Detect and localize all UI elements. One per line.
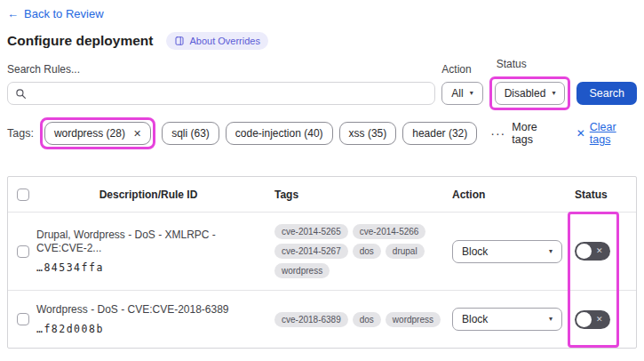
tag-chip[interactable]: xss (35) <box>339 122 397 145</box>
rule-tags: cve-2014-5265cve-2014-5266cve-2014-5267d… <box>267 213 445 290</box>
status-dropdown-highlight: Disabled ▾ <box>489 76 571 110</box>
toggle-knob <box>576 244 592 259</box>
more-tags-label: More tags <box>512 121 557 146</box>
chevron-down-icon: ▾ <box>549 316 553 323</box>
rules-table: Description/Rule ID Tags Action Status D… <box>7 176 637 349</box>
toggle-x-icon: ✕ <box>596 316 603 324</box>
clear-tags-label: Clear tags <box>590 121 637 146</box>
ellipsis-icon: ··· <box>490 127 505 140</box>
column-header-tags: Tags <box>274 189 298 201</box>
action-select-value: Block <box>462 245 488 258</box>
tag-pill: cve-2014-5265 <box>274 224 348 239</box>
rule-id: …84534ffa <box>36 261 260 274</box>
action-select-value: Block <box>462 313 488 325</box>
page-title: Configure deployment <box>7 33 153 49</box>
back-link-label: Back to Review <box>24 7 104 20</box>
column-header-action: Action <box>452 189 485 201</box>
search-button[interactable]: Search <box>576 82 637 105</box>
more-tags-button[interactable]: ··· More tags <box>490 121 557 146</box>
row-checkbox[interactable] <box>17 245 29 258</box>
remove-tag-icon[interactable]: ✕ <box>133 129 141 139</box>
clear-tags-link[interactable]: ✕ Clear tags <box>576 121 637 146</box>
selected-tag-highlight: wordpress (28) ✕ <box>40 117 155 149</box>
table-row: Drupal, Wordpress - DoS - XMLRPC - CVE:C… <box>8 212 636 290</box>
row-checkbox[interactable] <box>17 313 29 325</box>
toggle-knob <box>576 312 592 327</box>
tags-label: Tags: <box>7 127 34 140</box>
status-toggle[interactable]: ✕ <box>575 242 610 261</box>
status-toggle[interactable]: ✕ <box>575 310 610 329</box>
table-body: Drupal, Wordpress - DoS - XMLRPC - CVE:C… <box>8 212 636 348</box>
column-header-description: Description/Rule ID <box>99 189 198 201</box>
table-header-row: Description/Rule ID Tags Action Status <box>8 177 636 212</box>
configure-deployment-page: ← Back to Review Configure deployment Ab… <box>0 0 644 361</box>
status-dropdown-value: Disabled <box>505 87 546 100</box>
tag-pill: cve-2014-5266 <box>353 224 426 239</box>
search-input[interactable] <box>7 82 435 105</box>
tag-pill: cve-2014-5267 <box>274 244 348 259</box>
chevron-down-icon: ▾ <box>552 90 555 97</box>
rule-description: Wordpress - DoS - CVE:CVE-2018-6389 <box>36 303 260 317</box>
table-row: Wordpress - DoS - CVE:CVE-2018-6389 …f82… <box>8 290 636 348</box>
column-header-status: Status <box>575 189 608 201</box>
filter-row: Search Rules... Action All ▾ Status Disa… <box>7 58 637 110</box>
tag-chip-list: sqli (63) code-injection (40) xss (35) h… <box>162 122 477 145</box>
tag-chip[interactable]: sqli (63) <box>162 122 219 145</box>
action-dropdown-value: All <box>451 87 463 100</box>
tag-pill: drupal <box>386 244 425 259</box>
about-overrides-link[interactable]: About Overrides <box>166 32 267 50</box>
tag-pill: wordpress <box>274 263 330 278</box>
tag-pill: dos <box>353 244 381 259</box>
tag-chip-label: wordpress (28) <box>54 127 125 140</box>
action-select[interactable]: Block ▾ <box>452 308 562 331</box>
rule-description: Drupal, Wordpress - DoS - XMLRPC - CVE:C… <box>36 229 260 255</box>
chevron-down-icon: ▾ <box>470 90 473 97</box>
tag-chip-label: xss (35) <box>349 127 387 140</box>
search-rules-label: Search Rules... <box>7 63 435 76</box>
rule-tags: cve-2018-6389doswordpress <box>267 291 445 348</box>
tag-chip-label: header (32) <box>412 127 467 140</box>
tag-chip[interactable]: header (32) <box>402 122 477 145</box>
select-all-checkbox[interactable] <box>17 189 29 201</box>
search-icon <box>15 88 27 100</box>
tags-bar: Tags: wordpress (28) ✕ sqli (63) code-in… <box>7 117 637 149</box>
back-to-review-link[interactable]: ← Back to Review <box>7 7 104 20</box>
action-label: Action <box>441 63 482 76</box>
back-arrow-icon: ← <box>7 7 19 20</box>
rule-id: …f82d008b <box>36 323 260 335</box>
tag-chip-label: sqli (63) <box>171 127 210 140</box>
book-icon <box>174 36 185 46</box>
chevron-down-icon: ▾ <box>549 248 553 255</box>
status-label: Status <box>497 58 571 70</box>
about-overrides-label: About Overrides <box>189 36 259 46</box>
tag-pill: cve-2018-6389 <box>274 312 348 327</box>
action-dropdown[interactable]: All ▾ <box>441 82 482 105</box>
toggle-x-icon: ✕ <box>596 247 603 255</box>
title-row: Configure deployment About Overrides <box>7 32 637 50</box>
tag-chip-label: code-injection (40) <box>235 127 323 140</box>
action-select[interactable]: Block ▾ <box>452 240 562 263</box>
tag-pill: wordpress <box>386 312 441 327</box>
status-dropdown[interactable]: Disabled ▾ <box>495 82 566 105</box>
tag-chip-wordpress[interactable]: wordpress (28) ✕ <box>44 122 151 145</box>
tag-chip[interactable]: code-injection (40) <box>226 122 333 145</box>
close-icon: ✕ <box>576 128 585 139</box>
tag-pill: dos <box>353 312 381 327</box>
